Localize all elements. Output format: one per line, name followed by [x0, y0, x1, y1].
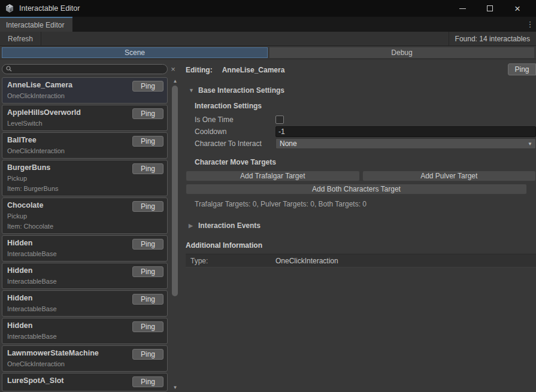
ping-button[interactable]: Ping	[132, 136, 163, 147]
refresh-button[interactable]: Refresh	[0, 32, 41, 45]
editor-panel: Editing: AnneLise_Camera Ping ▼ Base Int…	[181, 59, 536, 392]
item-subtitle: Pickup	[7, 175, 162, 183]
doc-tab-label: Interactable Editor	[6, 21, 64, 29]
kebab-menu-icon[interactable]: ⋮	[524, 17, 536, 32]
interactable-editor-window: Interactable Editor × Interactable Edito…	[0, 0, 536, 392]
dropdown-arrow-icon: ▼	[528, 141, 532, 147]
ping-button[interactable]: Ping	[132, 376, 163, 387]
foldout-label: Interaction Events	[198, 221, 261, 230]
is-one-time-checkbox[interactable]	[275, 116, 284, 124]
list-item[interactable]: AnneLise_Camera OneClickInteraction Ping	[2, 77, 168, 104]
tab-scene[interactable]: Scene	[2, 47, 268, 58]
item-subtitle: InteractableBase	[7, 250, 162, 258]
doc-tab-interactable-editor[interactable]: Interactable Editor	[0, 17, 72, 32]
search-clear-icon[interactable]: ×	[168, 65, 178, 74]
item-subtitle: OneClickInteraction	[7, 360, 162, 368]
item-subtitle: InteractableBase	[7, 278, 162, 285]
character-to-interact-row: Character To Interact None ▼	[195, 138, 536, 150]
foldout-label: Base Interaction Settings	[198, 86, 284, 95]
list-scrollbar[interactable]: ▲ ▼	[171, 77, 180, 392]
search-input[interactable]	[14, 65, 163, 73]
doc-tabstrip: Interactable Editor ⋮	[0, 17, 536, 32]
ping-button[interactable]: Ping	[132, 239, 163, 250]
ping-button[interactable]: Ping	[132, 321, 163, 332]
close-button[interactable]: ×	[504, 0, 531, 17]
editing-target-name: AnneLise_Camera	[222, 66, 285, 74]
add-pulver-target-button[interactable]: Add Pulver Target	[362, 171, 536, 181]
toolbar: Refresh Found: 14 interactables	[0, 32, 536, 46]
add-both-characters-target-button[interactable]: Add Both Characters Target	[186, 184, 527, 195]
list-item[interactable]: Hidden InteractableBase Ping	[2, 318, 168, 344]
search-box[interactable]	[2, 64, 168, 74]
character-to-interact-dropdown[interactable]: None ▼	[275, 138, 536, 149]
scrollbar-track[interactable]	[171, 86, 180, 384]
additional-information-header: Additional Information	[186, 241, 536, 250]
window-controls: ×	[449, 0, 531, 17]
window-cube-icon	[5, 4, 14, 13]
interactable-list: AnneLise_Camera OneClickInteraction Ping…	[2, 77, 181, 392]
cooldown-label: Cooldown	[195, 127, 275, 136]
list-item[interactable]: LawnmowerStateMachine OneClickInteractio…	[2, 345, 168, 372]
is-one-time-row: Is One Time	[195, 114, 536, 126]
editing-label: Editing:	[186, 66, 213, 74]
list-item[interactable]: Chocolate Pickup Item: Chocolate Ping	[2, 197, 168, 234]
interactable-list-panel: × AnneLise_Camera OneClickInteraction Pi…	[0, 59, 181, 392]
ping-button[interactable]: Ping	[132, 266, 163, 277]
view-tabs: Scene Debug	[0, 46, 536, 59]
character-move-targets-group: Character Move Targets Add Trafalgar Tar…	[195, 158, 536, 208]
cooldown-row: Cooldown	[195, 126, 536, 138]
ping-selected-button[interactable]: Ping	[508, 63, 536, 75]
type-value: OneClickInteraction	[275, 257, 338, 265]
maximize-button[interactable]	[476, 0, 504, 17]
tab-debug[interactable]: Debug	[269, 47, 534, 58]
ping-button[interactable]: Ping	[132, 163, 163, 174]
list-item[interactable]: Hidden InteractableBase Ping	[2, 290, 168, 317]
cooldown-field[interactable]	[275, 126, 536, 137]
scroll-down-icon[interactable]: ▼	[173, 384, 178, 392]
character-to-interact-label: Character To Interact	[195, 139, 275, 148]
editing-row: Editing: AnneLise_Camera	[186, 64, 536, 76]
ping-button[interactable]: Ping	[132, 81, 163, 92]
scrollbar-thumb[interactable]	[172, 86, 178, 296]
search-row: ×	[2, 63, 181, 75]
ping-button[interactable]: Ping	[132, 201, 163, 212]
item-subtitle: InteractableBase	[7, 305, 162, 313]
scroll-up-icon[interactable]: ▲	[173, 77, 178, 86]
foldout-interaction-events[interactable]: ▶ Interaction Events	[189, 221, 536, 230]
list-item[interactable]: Hidden InteractableBase Ping	[2, 263, 168, 289]
ping-button[interactable]: Ping	[132, 294, 163, 305]
add-trafalgar-target-button[interactable]: Add Trafalgar Target	[186, 171, 360, 181]
item-subtitle: OneClickInteraction	[7, 147, 162, 155]
targets-summary: Trafalgar Targets: 0, Pulver Targets: 0,…	[195, 200, 536, 208]
item-detail: Item: BurgerBuns	[7, 185, 162, 193]
foldout-closed-icon: ▶	[189, 223, 194, 229]
is-one-time-label: Is One Time	[195, 116, 275, 124]
list-item[interactable]: LureSpotA_Slot Ping	[2, 373, 168, 391]
list-item[interactable]: BurgerBuns Pickup Item: BurgerBuns Ping	[2, 160, 168, 196]
search-icon	[6, 66, 12, 72]
foldout-base-interaction-settings[interactable]: ▼ Base Interaction Settings	[189, 86, 536, 95]
item-subtitle: OneClickInteraction	[7, 92, 162, 100]
item-subtitle: Pickup	[7, 212, 162, 220]
minimize-button[interactable]	[449, 0, 476, 17]
window-title: Interactable Editor	[19, 4, 80, 13]
ping-button[interactable]: Ping	[132, 108, 163, 119]
titlebar: Interactable Editor ×	[0, 0, 536, 17]
item-subtitle: InteractableBase	[7, 333, 162, 341]
interaction-settings-group: Interaction Settings Is One Time Cooldow…	[195, 102, 536, 150]
ping-button[interactable]: Ping	[132, 349, 163, 360]
type-label: Type:	[190, 257, 275, 265]
content: × AnneLise_Camera OneClickInteraction Pi…	[0, 59, 536, 392]
type-row: Type: OneClickInteraction	[186, 254, 536, 268]
list-item[interactable]: AppleHillsOverworld LevelSwitch Ping	[2, 105, 168, 131]
list-item[interactable]: BallTree OneClickInteraction Ping	[2, 132, 168, 159]
item-subtitle: LevelSwitch	[7, 120, 162, 127]
foldout-open-icon: ▼	[189, 87, 194, 93]
dropdown-value: None	[280, 139, 297, 148]
character-move-targets-header: Character Move Targets	[195, 158, 536, 166]
interaction-settings-header: Interaction Settings	[195, 102, 536, 110]
found-count-label: Found: 14 interactables	[449, 35, 536, 43]
move-target-buttons-row: Add Trafalgar Target Add Pulver Target	[186, 171, 536, 181]
list-item[interactable]: Hidden InteractableBase Ping	[2, 235, 168, 262]
item-detail: Item: Chocolate	[7, 223, 162, 230]
